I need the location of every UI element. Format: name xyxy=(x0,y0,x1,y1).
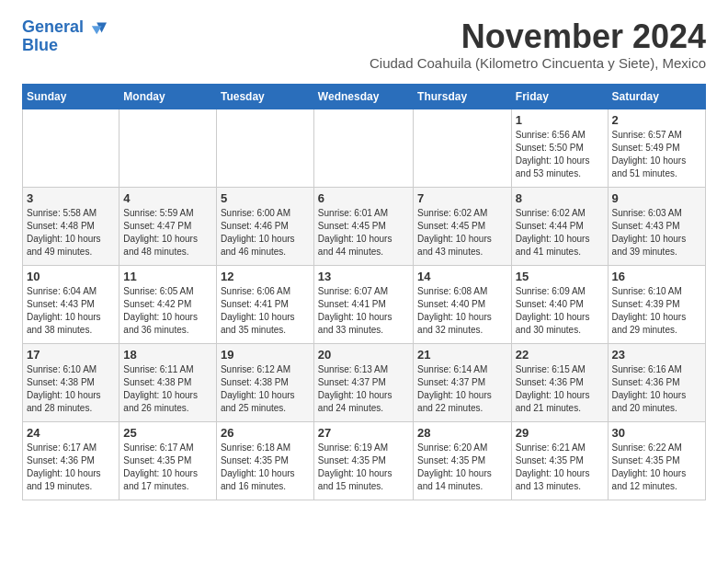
day-number: 29 xyxy=(516,426,604,440)
day-number: 20 xyxy=(318,348,409,362)
day-number: 13 xyxy=(318,270,409,283)
cell-info: Sunrise: 6:21 AM Sunset: 4:35 PM Dayligh… xyxy=(516,442,604,493)
calendar-cell: 20Sunrise: 6:13 AM Sunset: 4:37 PM Dayli… xyxy=(313,343,413,421)
cell-info: Sunrise: 5:59 AM Sunset: 4:47 PM Dayligh… xyxy=(123,207,212,259)
cell-info: Sunrise: 6:09 AM Sunset: 4:40 PM Dayligh… xyxy=(516,285,604,337)
logo: General Blue xyxy=(22,18,107,55)
day-number: 15 xyxy=(516,270,604,283)
cell-info: Sunrise: 6:04 AM Sunset: 4:43 PM Dayligh… xyxy=(27,285,115,337)
calendar-cell: 17Sunrise: 6:10 AM Sunset: 4:38 PM Dayli… xyxy=(23,343,119,421)
day-number: 19 xyxy=(221,348,310,362)
cell-info: Sunrise: 6:01 AM Sunset: 4:45 PM Dayligh… xyxy=(318,207,409,259)
calendar-cell: 8Sunrise: 6:02 AM Sunset: 4:44 PM Daylig… xyxy=(511,187,608,265)
calendar-cell: 11Sunrise: 6:05 AM Sunset: 4:42 PM Dayli… xyxy=(119,265,217,343)
cell-info: Sunrise: 6:11 AM Sunset: 4:38 PM Dayligh… xyxy=(123,363,212,415)
day-number: 14 xyxy=(417,270,507,283)
cell-info: Sunrise: 6:19 AM Sunset: 4:35 PM Dayligh… xyxy=(318,442,409,493)
cell-info: Sunrise: 6:02 AM Sunset: 4:45 PM Dayligh… xyxy=(417,207,507,259)
calendar-cell: 15Sunrise: 6:09 AM Sunset: 4:40 PM Dayli… xyxy=(511,265,608,343)
cell-info: Sunrise: 6:13 AM Sunset: 4:37 PM Dayligh… xyxy=(318,363,409,415)
calendar-cell: 24Sunrise: 6:17 AM Sunset: 4:36 PM Dayli… xyxy=(23,421,119,500)
logo-line2: Blue xyxy=(22,37,107,55)
calendar-cell: 3Sunrise: 5:58 AM Sunset: 4:48 PM Daylig… xyxy=(23,187,119,265)
day-number: 21 xyxy=(417,348,507,362)
day-number: 17 xyxy=(27,348,115,362)
day-number: 4 xyxy=(123,191,212,205)
cell-info: Sunrise: 6:17 AM Sunset: 4:35 PM Dayligh… xyxy=(123,442,212,493)
svg-marker-1 xyxy=(92,26,102,34)
calendar-cell: 16Sunrise: 6:10 AM Sunset: 4:39 PM Dayli… xyxy=(608,265,705,343)
cell-info: Sunrise: 6:56 AM Sunset: 5:50 PM Dayligh… xyxy=(516,129,604,180)
cell-info: Sunrise: 6:16 AM Sunset: 4:36 PM Dayligh… xyxy=(612,363,701,415)
day-number: 22 xyxy=(516,348,604,362)
calendar-header-wednesday: Wednesday xyxy=(313,84,413,109)
calendar-cell: 9Sunrise: 6:03 AM Sunset: 4:43 PM Daylig… xyxy=(608,187,705,265)
calendar-cell: 26Sunrise: 6:18 AM Sunset: 4:35 PM Dayli… xyxy=(216,421,313,500)
cell-info: Sunrise: 6:14 AM Sunset: 4:37 PM Dayligh… xyxy=(417,363,507,415)
cell-info: Sunrise: 6:02 AM Sunset: 4:44 PM Dayligh… xyxy=(516,207,604,259)
day-number: 25 xyxy=(123,426,212,440)
cell-info: Sunrise: 6:20 AM Sunset: 4:35 PM Dayligh… xyxy=(417,442,507,493)
day-number: 28 xyxy=(417,426,507,440)
cell-info: Sunrise: 6:06 AM Sunset: 4:41 PM Dayligh… xyxy=(221,285,310,337)
calendar-header-saturday: Saturday xyxy=(608,84,705,109)
calendar-cell xyxy=(414,109,512,187)
day-number: 16 xyxy=(612,270,701,283)
calendar-cell: 22Sunrise: 6:15 AM Sunset: 4:36 PM Dayli… xyxy=(511,343,608,421)
calendar-cell: 23Sunrise: 6:16 AM Sunset: 4:36 PM Dayli… xyxy=(608,343,705,421)
cell-info: Sunrise: 6:03 AM Sunset: 4:43 PM Dayligh… xyxy=(612,207,701,259)
cell-info: Sunrise: 6:05 AM Sunset: 4:42 PM Dayligh… xyxy=(123,285,212,337)
calendar-cell: 7Sunrise: 6:02 AM Sunset: 4:45 PM Daylig… xyxy=(414,187,512,265)
calendar-cell: 2Sunrise: 6:57 AM Sunset: 5:49 PM Daylig… xyxy=(608,109,705,187)
logo-line1: General xyxy=(22,18,107,37)
calendar-cell: 12Sunrise: 6:06 AM Sunset: 4:41 PM Dayli… xyxy=(216,265,313,343)
page-title: November 2024 xyxy=(370,18,706,55)
calendar-cell: 30Sunrise: 6:22 AM Sunset: 4:35 PM Dayli… xyxy=(608,421,705,500)
calendar-cell: 1Sunrise: 6:56 AM Sunset: 5:50 PM Daylig… xyxy=(511,109,608,187)
cell-info: Sunrise: 6:15 AM Sunset: 4:36 PM Dayligh… xyxy=(516,363,604,415)
calendar-cell: 5Sunrise: 6:00 AM Sunset: 4:46 PM Daylig… xyxy=(216,187,313,265)
calendar-cell: 19Sunrise: 6:12 AM Sunset: 4:38 PM Dayli… xyxy=(216,343,313,421)
day-number: 18 xyxy=(123,348,212,362)
calendar-cell: 13Sunrise: 6:07 AM Sunset: 4:41 PM Dayli… xyxy=(313,265,413,343)
calendar-cell xyxy=(313,109,413,187)
day-number: 5 xyxy=(221,191,310,205)
calendar-cell xyxy=(23,109,119,187)
day-number: 9 xyxy=(612,191,701,205)
day-number: 10 xyxy=(27,270,115,283)
cell-info: Sunrise: 6:10 AM Sunset: 4:39 PM Dayligh… xyxy=(612,285,701,337)
calendar-header-thursday: Thursday xyxy=(414,84,512,109)
calendar-header-friday: Friday xyxy=(511,84,608,109)
cell-info: Sunrise: 6:12 AM Sunset: 4:38 PM Dayligh… xyxy=(221,363,310,415)
cell-info: Sunrise: 6:57 AM Sunset: 5:49 PM Dayligh… xyxy=(612,129,701,180)
day-number: 11 xyxy=(123,270,212,283)
calendar-cell xyxy=(119,109,217,187)
day-number: 3 xyxy=(27,191,115,205)
cell-info: Sunrise: 6:07 AM Sunset: 4:41 PM Dayligh… xyxy=(318,285,409,337)
day-number: 23 xyxy=(612,348,701,362)
calendar-cell: 25Sunrise: 6:17 AM Sunset: 4:35 PM Dayli… xyxy=(119,421,217,500)
day-number: 6 xyxy=(318,191,409,205)
day-number: 24 xyxy=(27,426,115,440)
calendar-header-sunday: Sunday xyxy=(23,84,119,109)
day-number: 26 xyxy=(221,426,310,440)
day-number: 12 xyxy=(221,270,310,283)
day-number: 27 xyxy=(318,426,409,440)
calendar-cell: 28Sunrise: 6:20 AM Sunset: 4:35 PM Dayli… xyxy=(414,421,512,500)
cell-info: Sunrise: 6:00 AM Sunset: 4:46 PM Dayligh… xyxy=(221,207,310,259)
calendar-cell: 18Sunrise: 6:11 AM Sunset: 4:38 PM Dayli… xyxy=(119,343,217,421)
calendar-cell: 29Sunrise: 6:21 AM Sunset: 4:35 PM Dayli… xyxy=(511,421,608,500)
calendar-cell: 21Sunrise: 6:14 AM Sunset: 4:37 PM Dayli… xyxy=(414,343,512,421)
day-number: 30 xyxy=(612,426,701,440)
calendar-cell: 4Sunrise: 5:59 AM Sunset: 4:47 PM Daylig… xyxy=(119,187,217,265)
calendar-header-monday: Monday xyxy=(119,84,217,109)
cell-info: Sunrise: 6:17 AM Sunset: 4:36 PM Dayligh… xyxy=(27,442,115,493)
cell-info: Sunrise: 6:08 AM Sunset: 4:40 PM Dayligh… xyxy=(417,285,507,337)
calendar-cell: 27Sunrise: 6:19 AM Sunset: 4:35 PM Dayli… xyxy=(313,421,413,500)
day-number: 7 xyxy=(417,191,507,205)
cell-info: Sunrise: 5:58 AM Sunset: 4:48 PM Dayligh… xyxy=(27,207,115,259)
cell-info: Sunrise: 6:18 AM Sunset: 4:35 PM Dayligh… xyxy=(221,442,310,493)
day-number: 1 xyxy=(516,113,604,127)
cell-info: Sunrise: 6:10 AM Sunset: 4:38 PM Dayligh… xyxy=(27,363,115,415)
calendar-table: SundayMondayTuesdayWednesdayThursdayFrid… xyxy=(22,84,706,500)
